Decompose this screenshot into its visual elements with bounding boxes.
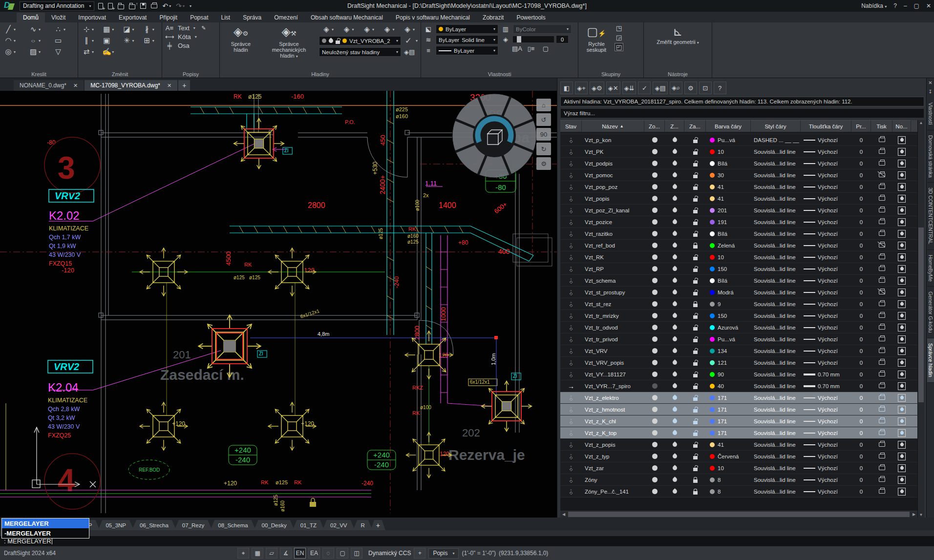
show-toggle[interactable] <box>644 392 665 403</box>
show-toggle[interactable] <box>644 380 665 392</box>
save-button[interactable] <box>140 3 146 9</box>
new-layer-options-icon[interactable]: ◈⚙ <box>590 82 604 94</box>
line-color-cell[interactable]: 171 <box>706 392 751 403</box>
layer-row[interactable]: ▫◇Vzt_z_typČervenáSouvislá...lid lineVýc… <box>560 451 917 462</box>
line-style-cell[interactable]: Souvislá...lid line <box>751 298 801 310</box>
minimize-button[interactable]: – <box>904 2 907 9</box>
line-color-cell[interactable]: 191 <box>706 216 751 228</box>
lock-toggle[interactable] <box>684 357 706 368</box>
lock-toggle[interactable] <box>684 134 706 145</box>
menu-tab-exportovat[interactable]: Exportovat <box>112 13 153 22</box>
line-style-cell[interactable]: Souvislá...lid line <box>751 380 801 392</box>
undo-button[interactable]: ↶▾ <box>162 2 171 10</box>
line-style-cell[interactable]: Souvislá...lid line <box>751 263 801 274</box>
show-toggle[interactable] <box>644 228 665 239</box>
line-color-combo[interactable]: ByLayer▾ <box>436 24 498 34</box>
line-weight-cell[interactable]: Výchozí <box>801 310 851 321</box>
freeze-toggle[interactable] <box>665 451 684 462</box>
print-toggle[interactable] <box>871 251 892 263</box>
freeze-toggle[interactable] <box>665 169 684 181</box>
menu-tab-dom-[interactable]: Domů <box>17 13 45 22</box>
show-toggle[interactable] <box>644 474 665 485</box>
viewport-freeze-cell[interactable] <box>892 369 911 380</box>
column-header-no-[interactable]: No... <box>892 120 911 132</box>
print-toggle[interactable] <box>871 146 892 157</box>
show-toggle[interactable] <box>644 287 665 298</box>
layers-off[interactable]: ◈▾ <box>402 24 416 34</box>
column-header-n-zev[interactable]: Název▲ <box>582 120 644 132</box>
offset-tool[interactable]: ▣ <box>101 36 118 45</box>
print-toggle[interactable] <box>871 275 892 286</box>
lock-toggle[interactable] <box>684 345 706 356</box>
show-toggle[interactable] <box>644 451 665 462</box>
menu-tab-obsah-softwaru-mechanical[interactable]: Obsah softwaru Mechanical <box>304 13 389 22</box>
freeze-toggle[interactable] <box>665 392 684 403</box>
show-toggle[interactable] <box>644 462 665 474</box>
layer-row[interactable]: ▫◇Vzt_pomoc30Souvislá...lid lineVýchozí0 <box>560 169 917 181</box>
lock-toggle[interactable] <box>684 216 706 228</box>
lock-toggle[interactable] <box>684 369 706 380</box>
spline-tool[interactable]: ∿▾ <box>28 24 50 34</box>
line-style-cell[interactable]: Souvislá...lid line <box>751 158 801 169</box>
column-header-styl-ry[interactable]: Styl čáry <box>751 120 801 132</box>
lock-toggle[interactable] <box>684 474 706 485</box>
layer-preview-icon[interactable]: ◈⌕ <box>670 82 682 94</box>
line-color-cell[interactable]: 150 <box>706 310 751 321</box>
freeze-toggle[interactable] <box>665 474 684 485</box>
lock-toggle[interactable] <box>684 404 706 415</box>
edit-group-icon[interactable]: ◲ <box>615 34 623 41</box>
viewport-freeze-cell[interactable] <box>892 380 911 392</box>
line-color-cell[interactable]: 41 <box>706 181 751 192</box>
print-toggle[interactable] <box>871 216 892 228</box>
column-header-tlou-ka-ry[interactable]: Tloušťka čáry <box>801 120 851 132</box>
lock-toggle[interactable] <box>684 322 706 333</box>
point-tool[interactable]: ∴▾ <box>53 24 75 34</box>
lock-toggle[interactable] <box>684 228 706 239</box>
print-toggle[interactable] <box>871 369 892 380</box>
line-weight-cell[interactable]: Výchozí <box>801 134 851 145</box>
line-style-cell[interactable]: Souvislá...lid line <box>751 451 801 462</box>
freeze-toggle[interactable] <box>665 322 684 333</box>
freeze-toggle[interactable] <box>665 380 684 392</box>
line-color-cell[interactable]: Pu...vá <box>706 134 751 145</box>
freeze-toggle[interactable] <box>665 228 684 239</box>
line-color-cell[interactable]: 8 <box>706 474 751 485</box>
trim-tool[interactable]: ∥▾ <box>81 36 98 45</box>
column-header-zo-[interactable]: Zo... <box>644 120 665 132</box>
freeze-toggle[interactable] <box>665 345 684 356</box>
viewport-freeze-cell[interactable] <box>892 228 911 239</box>
line-style-cell[interactable]: Souvislá...lid line <box>751 181 801 192</box>
isolate-layer[interactable]: ◈▾ <box>382 24 395 34</box>
show-toggle[interactable] <box>644 369 665 380</box>
navigation-wheel[interactable] <box>452 94 536 178</box>
line-weight-cell[interactable]: 0.70 mm <box>801 369 851 380</box>
show-toggle[interactable] <box>644 404 665 415</box>
show-toggle[interactable] <box>644 310 665 321</box>
print-toggle[interactable] <box>871 158 892 169</box>
freeze-toggle[interactable] <box>665 251 684 263</box>
show-toggle[interactable] <box>644 158 665 169</box>
line-color-cell[interactable]: 171 <box>706 427 751 438</box>
viewport-freeze-cell[interactable] <box>892 439 911 450</box>
open-button[interactable] <box>118 3 124 9</box>
lock-toggle[interactable] <box>684 310 706 321</box>
menu-tab-zobrazit[interactable]: Zobrazit <box>476 13 510 22</box>
sheet-tab-05-3np[interactable]: 05_3NP <box>98 520 134 530</box>
print-toggle[interactable] <box>871 439 892 450</box>
print-toggle[interactable] <box>871 486 892 497</box>
collapse-panel-icon[interactable]: ◧ <box>560 82 573 94</box>
line-style-cell[interactable]: Souvislá...lid line <box>751 404 801 415</box>
nav-button-2[interactable]: 90 <box>540 131 547 138</box>
delete-tool[interactable]: ◪▾ <box>122 24 139 34</box>
line-style-cell[interactable]: Souvislá...lid line <box>751 392 801 403</box>
line-style-cell[interactable]: Souvislá...lid line <box>751 287 801 298</box>
pattern-tool[interactable]: ▦▾ <box>101 24 118 34</box>
lock-layer[interactable]: ◈▾ <box>361 24 375 34</box>
snap-icon[interactable]: ⌖ <box>237 548 249 559</box>
line-style-cell[interactable]: Souvislá...lid line <box>751 462 801 474</box>
show-toggle[interactable] <box>644 193 665 204</box>
palette-tab-domovsk-str-nka[interactable]: Domovská stránka <box>927 130 934 183</box>
layer-row[interactable]: ▫◇Vzt_pop_poz41Souvislá...lid lineVýchoz… <box>560 181 917 193</box>
bycolor-combo[interactable]: ByColor▾ <box>513 24 572 34</box>
layer-row[interactable]: ▫◇Vzt_st_rez9Souvislá...lid lineVýchozí0 <box>560 298 917 310</box>
